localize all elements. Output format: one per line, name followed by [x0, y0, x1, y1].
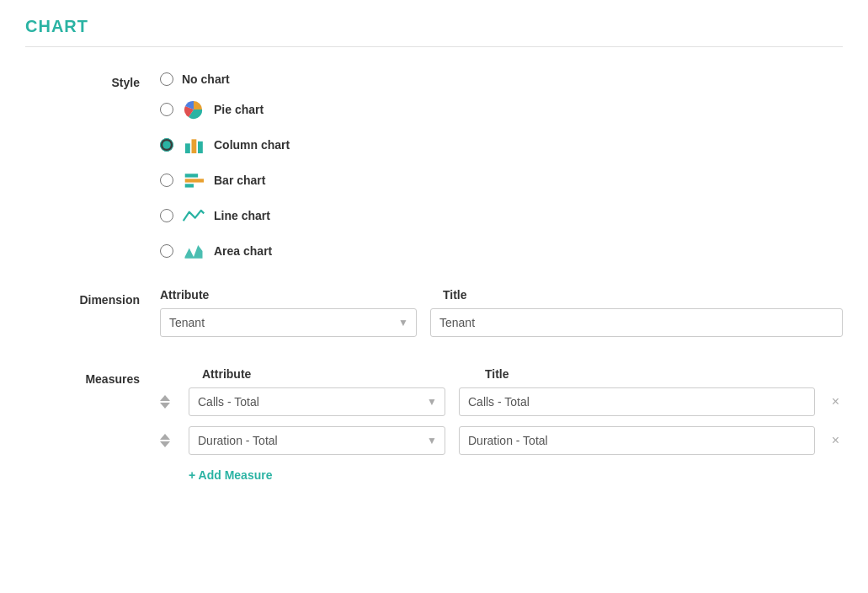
chart-options: No chart Pie chart — [160, 72, 290, 263]
style-section: Style No chart — [25, 72, 843, 263]
svg-rect-6 — [185, 184, 194, 187]
radio-column-chart[interactable] — [160, 138, 173, 152]
sort-arrows-0[interactable] — [160, 395, 175, 409]
measure-title-input-1[interactable] — [459, 426, 815, 455]
measure-attr-select-1[interactable]: Duration - Total — [189, 426, 445, 455]
svg-marker-7 — [185, 245, 203, 259]
svg-rect-2 — [192, 139, 197, 153]
measure-attr-select-wrapper-1: Duration - Total ▼ — [189, 426, 445, 455]
area-chart-icon — [182, 239, 205, 263]
measure-title-input-0[interactable] — [459, 387, 815, 416]
line-chart-icon — [182, 204, 205, 227]
dimension-fields: Attribute Title Tenant ▼ — [160, 288, 843, 347]
sort-arrows-1[interactable] — [160, 434, 175, 447]
radio-bar-chart[interactable] — [160, 174, 173, 187]
add-measure-button[interactable]: + Add Measure — [189, 465, 272, 485]
option-no-chart[interactable]: No chart — [160, 72, 290, 86]
measures-label: Measures — [25, 367, 160, 386]
measures-section: Measures Attribute Title Calls - Total ▼ — [25, 367, 843, 485]
radio-area-chart[interactable] — [160, 244, 173, 258]
svg-rect-3 — [198, 142, 203, 153]
svg-rect-5 — [185, 179, 204, 182]
option-bar-chart[interactable]: Bar chart — [160, 168, 290, 192]
label-area-chart: Area chart — [214, 244, 272, 258]
arrow-up-1[interactable] — [160, 434, 170, 440]
label-line-chart: Line chart — [214, 209, 270, 222]
dimension-label: Dimension — [25, 288, 160, 307]
pie-chart-icon — [182, 98, 205, 121]
arrow-up-0[interactable] — [160, 395, 170, 401]
arrow-down-1[interactable] — [160, 441, 170, 447]
measure-attr-select-wrapper-0: Calls - Total ▼ — [189, 387, 445, 416]
radio-no-chart[interactable] — [160, 72, 173, 86]
measures-attr-header: Attribute — [202, 367, 471, 381]
radio-line-chart[interactable] — [160, 209, 173, 222]
divider — [25, 46, 843, 47]
measure-attr-select-0[interactable]: Calls - Total — [189, 387, 445, 416]
page-title: CHART — [25, 17, 843, 36]
dimension-row: Tenant ▼ — [160, 308, 843, 337]
measures-headers: Attribute Title — [160, 367, 843, 381]
bar-chart-icon — [182, 168, 205, 192]
style-label: Style — [25, 72, 160, 89]
dimension-headers: Attribute Title — [160, 288, 843, 302]
dimension-title-input[interactable] — [430, 308, 843, 337]
remove-measure-1[interactable]: × — [828, 430, 843, 451]
arrow-down-0[interactable] — [160, 403, 170, 409]
label-column-chart: Column chart — [214, 138, 290, 152]
page-container: CHART Style No chart — [0, 0, 868, 593]
column-chart-icon — [182, 133, 205, 157]
svg-rect-1 — [185, 143, 190, 153]
option-pie-chart[interactable]: Pie chart — [160, 98, 290, 121]
svg-rect-4 — [185, 174, 198, 177]
label-bar-chart: Bar chart — [214, 174, 265, 187]
dimension-attr-select-wrapper: Tenant ▼ — [160, 308, 417, 337]
measure-row-0: Calls - Total ▼ × — [160, 387, 843, 416]
radio-pie-chart[interactable] — [160, 103, 173, 116]
dimension-attr-select[interactable]: Tenant — [160, 308, 417, 337]
label-pie-chart: Pie chart — [214, 103, 264, 116]
option-column-chart[interactable]: Column chart — [160, 133, 290, 157]
option-area-chart[interactable]: Area chart — [160, 239, 290, 263]
option-line-chart[interactable]: Line chart — [160, 204, 290, 227]
dimension-section: Dimension Attribute Title Tenant ▼ — [25, 288, 843, 347]
dimension-attr-header: Attribute — [160, 288, 429, 302]
label-no-chart: No chart — [182, 72, 230, 86]
remove-measure-0[interactable]: × — [828, 392, 843, 412]
measure-row-1: Duration - Total ▼ × — [160, 426, 843, 455]
measures-fields: Attribute Title Calls - Total ▼ × — [160, 367, 843, 485]
measures-title-header: Title — [485, 367, 843, 381]
dimension-title-header: Title — [443, 288, 843, 302]
